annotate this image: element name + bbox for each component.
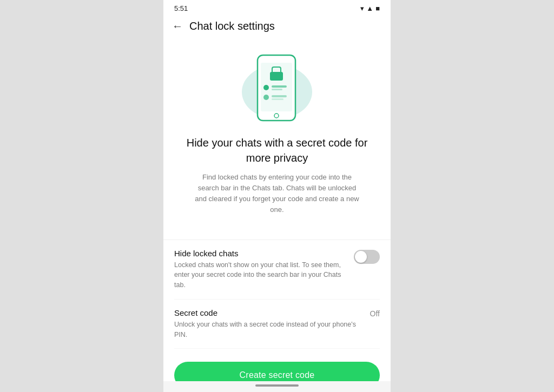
svg-rect-6: [272, 89, 282, 90]
illustration-section: Hide your chats with a secret code for m…: [163, 41, 391, 240]
svg-rect-3: [270, 72, 283, 81]
battery-icon: ■: [375, 4, 380, 12]
status-bar: 5:51 ▾ ▲ ■: [163, 0, 391, 15]
svg-point-4: [263, 85, 269, 90]
bottom-bar: [163, 381, 391, 392]
secret-code-row[interactable]: Secret code Unlock your chats with a sec…: [174, 300, 380, 349]
svg-rect-5: [272, 85, 287, 88]
hide-locked-chats-desc: Locked chats won't show on your chat lis…: [174, 260, 345, 290]
toggle-thumb: [355, 251, 367, 263]
phone-frame: 5:51 ▾ ▲ ■ ← Chat lock settings: [163, 0, 391, 392]
main-content: Hide your chats with a secret code for m…: [163, 41, 391, 381]
phone-illustration-icon: [255, 54, 298, 122]
sub-description: Find locked chats by entering your code …: [185, 172, 369, 216]
wifi-signal-icon: ▾: [360, 4, 364, 12]
page-title: Chat lock settings: [189, 20, 275, 32]
status-time: 5:51: [174, 4, 188, 12]
status-icons: ▾ ▲ ■: [360, 4, 380, 12]
secret-code-text: Secret code Unlock your chats with a sec…: [174, 308, 361, 340]
button-section: Create secret code: [163, 349, 391, 381]
create-secret-code-button[interactable]: Create secret code: [174, 362, 380, 381]
svg-point-7: [263, 95, 269, 100]
main-heading: Hide your chats with a secret code for m…: [185, 135, 369, 165]
secret-code-desc: Unlock your chats with a secret code ins…: [174, 320, 361, 340]
app-header: ← Chat lock settings: [163, 15, 391, 41]
illustration-container: [239, 54, 315, 124]
settings-section: Hide locked chats Locked chats won't sho…: [163, 240, 391, 349]
home-indicator: [255, 384, 299, 387]
svg-rect-9: [272, 98, 283, 100]
hide-locked-chats-label: Hide locked chats: [174, 249, 345, 258]
toggle-track: [354, 250, 380, 264]
svg-rect-8: [272, 95, 287, 97]
back-button[interactable]: ←: [172, 20, 183, 32]
mobile-signal-icon: ▲: [366, 4, 373, 12]
hide-locked-chats-toggle[interactable]: [354, 250, 380, 264]
secret-code-label: Secret code: [174, 308, 361, 317]
secret-code-value: Off: [370, 309, 380, 318]
hide-locked-chats-text: Hide locked chats Locked chats won't sho…: [174, 249, 345, 290]
hide-locked-chats-row[interactable]: Hide locked chats Locked chats won't sho…: [174, 240, 380, 300]
